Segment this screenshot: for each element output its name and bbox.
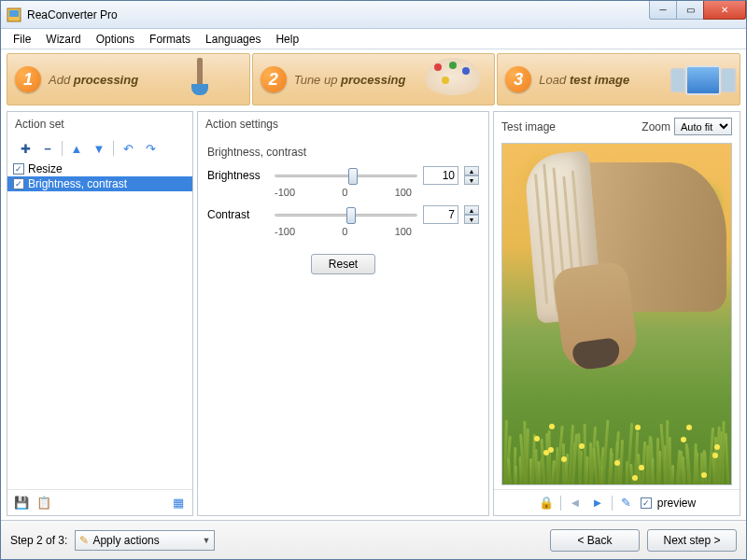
- svg-rect-1: [9, 10, 19, 17]
- test-image-header: Test image: [501, 120, 556, 133]
- contrast-slider[interactable]: [275, 205, 417, 224]
- action-settings-panel: Action settings Brightness, contrast Bri…: [197, 111, 489, 516]
- monitor-icon: [670, 58, 736, 103]
- window-title: ReaConverter Pro: [27, 8, 650, 21]
- preview-checkbox[interactable]: ✓: [641, 497, 652, 509]
- brush-icon: [180, 58, 246, 103]
- redo-button[interactable]: ↷: [142, 140, 159, 157]
- list-item-label: Brightness, contrast: [28, 177, 127, 190]
- list-item[interactable]: ✓ Brightness, contrast: [7, 176, 192, 191]
- step-number-3: 3: [505, 66, 531, 92]
- back-button[interactable]: < Back: [550, 529, 640, 552]
- list-item-label: Resize: [28, 162, 63, 175]
- contrast-spinner[interactable]: ▲▼: [464, 205, 479, 224]
- brightness-input[interactable]: [423, 166, 458, 185]
- prev-image-button[interactable]: ◄: [567, 495, 584, 511]
- preview-toolbar: 🔒 ◄ ► ✎ ✓ preview: [494, 489, 740, 515]
- brightness-slider[interactable]: [275, 166, 417, 185]
- remove-action-button[interactable]: −: [39, 140, 56, 157]
- zoom-select[interactable]: Auto fit: [674, 118, 732, 135]
- manage-sets-button[interactable]: ▦: [170, 495, 187, 511]
- action-set-footer: 💾 📋 ▦: [7, 489, 192, 515]
- save-set-button[interactable]: 💾: [13, 495, 30, 511]
- checkbox-icon[interactable]: ✓: [13, 178, 24, 189]
- brightness-spinner[interactable]: ▲▼: [464, 166, 479, 185]
- action-set-panel: Action set ✚ − ▲ ▼ ↶ ↷ ✓ Resize ✓ Bright…: [7, 111, 193, 516]
- action-set-header: Action set: [7, 112, 192, 136]
- list-item[interactable]: ✓ Resize: [7, 161, 192, 176]
- menubar: File Wizard Options Formats Languages He…: [1, 29, 746, 49]
- app-icon: [7, 7, 21, 22]
- step-load-test-image[interactable]: 3 Load test image: [497, 53, 740, 105]
- next-step-button[interactable]: Next step >: [647, 529, 737, 552]
- bottom-bar: Step 2 of 3: ✎ Apply actions ▼ < Back Ne…: [1, 520, 746, 559]
- apply-icon: ✎: [79, 534, 89, 547]
- menu-languages[interactable]: Languages: [199, 31, 267, 48]
- add-action-button[interactable]: ✚: [17, 140, 34, 157]
- zoom-label: Zoom: [641, 120, 670, 133]
- menu-formats[interactable]: Formats: [143, 31, 197, 48]
- menu-options[interactable]: Options: [90, 31, 141, 48]
- step-add-processing[interactable]: 1 Add processing: [7, 53, 250, 105]
- undo-button[interactable]: ↶: [120, 140, 136, 157]
- close-button[interactable]: ✕: [703, 1, 746, 20]
- step-strip: 1 Add processing 2 Tune up processing 3 …: [1, 51, 746, 107]
- step-indicator: Step 2 of 3:: [10, 534, 67, 547]
- menu-file[interactable]: File: [7, 31, 37, 48]
- menu-help[interactable]: Help: [269, 31, 305, 48]
- menu-wizard[interactable]: Wizard: [39, 31, 87, 48]
- step-number-2: 2: [261, 66, 287, 92]
- test-image-panel: Test image Zoom Auto fit: [493, 111, 740, 516]
- brightness-label: Brightness: [207, 169, 269, 182]
- app-window: ReaConverter Pro ─ ▭ ✕ File Wizard Optio…: [0, 0, 747, 560]
- action-set-toolbar: ✚ − ▲ ▼ ↶ ↷: [7, 136, 192, 161]
- refresh-preview-button[interactable]: ✎: [618, 495, 635, 511]
- checkbox-icon[interactable]: ✓: [13, 163, 24, 175]
- contrast-label: Contrast: [207, 208, 269, 221]
- contrast-input[interactable]: [423, 205, 458, 224]
- step-number-1: 1: [15, 66, 41, 92]
- titlebar: ReaConverter Pro ─ ▭ ✕: [1, 1, 746, 29]
- next-image-button[interactable]: ►: [589, 495, 606, 511]
- action-list: ✓ Resize ✓ Brightness, contrast: [7, 161, 192, 489]
- preview-checkbox-label: preview: [657, 497, 696, 510]
- action-settings-header: Action settings: [198, 112, 488, 136]
- action-mode-combo[interactable]: ✎ Apply actions ▼: [75, 530, 215, 551]
- move-up-button[interactable]: ▲: [68, 140, 85, 157]
- reset-button[interactable]: Reset: [311, 254, 375, 274]
- preview-image: [501, 143, 732, 485]
- palette-icon: [425, 58, 490, 103]
- chevron-down-icon: ▼: [202, 536, 210, 545]
- maximize-button[interactable]: ▭: [676, 1, 704, 20]
- minimize-button[interactable]: ─: [649, 1, 677, 20]
- move-down-button[interactable]: ▼: [91, 140, 107, 157]
- load-set-button[interactable]: 📋: [35, 495, 52, 511]
- step-tune-up[interactable]: 2 Tune up processing: [252, 53, 496, 105]
- settings-group-title: Brightness, contrast: [207, 146, 479, 159]
- lock-icon[interactable]: 🔒: [538, 495, 555, 511]
